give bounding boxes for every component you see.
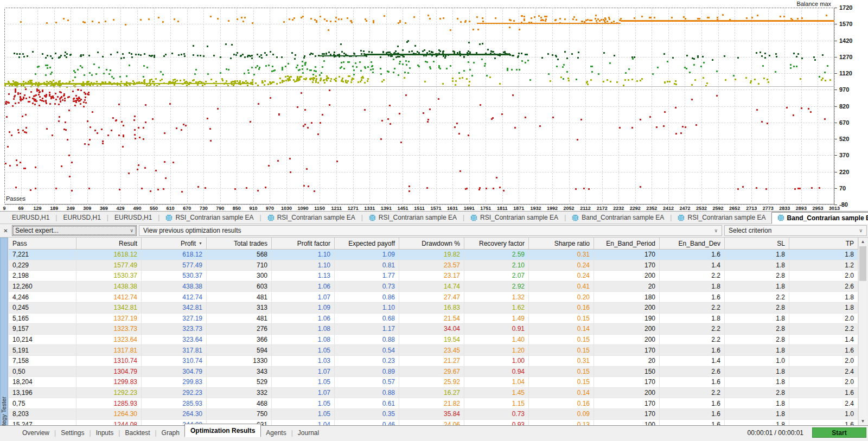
- y-axis-tick: [834, 188, 837, 189]
- data-point-darkgreen: [555, 55, 557, 56]
- data-point-green: [258, 68, 260, 70]
- data-point-red: [409, 190, 410, 192]
- tab-graph[interactable]: Graph: [157, 427, 184, 438]
- column-header-rf[interactable]: Recovery factor: [464, 238, 529, 249]
- cell-period: 200: [594, 324, 660, 334]
- data-point-red: [94, 130, 96, 131]
- data-point-orange: [63, 18, 65, 20]
- data-point-red: [97, 132, 98, 134]
- data-point-red: [13, 98, 15, 100]
- table-row[interactable]: 4,2461412.74412.744811.070.8627.471.320.…: [9, 292, 858, 303]
- data-point-orange: [384, 15, 385, 17]
- chart-tab-strip: EURUSD,H1|EURUSD,H1|EURUSD,H1|RSI_Contra…: [0, 212, 868, 224]
- data-point-green: [438, 67, 440, 68]
- chart-tab-eurusd-h1[interactable]: EURUSD,H1: [58, 212, 106, 223]
- data-point-darkgreen: [403, 56, 405, 57]
- chart-tab-eurusd-h1[interactable]: EURUSD,H1: [109, 212, 157, 223]
- table-row[interactable]: 9,1571323.73323.732761.081.1734.040.910.…: [9, 324, 858, 335]
- column-header-trades[interactable]: Total trades: [207, 238, 272, 249]
- optimization-chart[interactable]: Balance max Passes 969129189249309369429…: [0, 0, 868, 212]
- scrollbar-thumb[interactable]: [859, 246, 866, 281]
- column-header-dd[interactable]: Drawdown %: [399, 238, 464, 249]
- data-point-orange: [464, 21, 466, 23]
- chart-tab-rsi-contrarian-sample-ea[interactable]: RSI_Contrarian sample EA: [262, 212, 361, 223]
- chart-tab-rsi-contrarian-sample-ea[interactable]: RSI_Contrarian sample EA: [363, 212, 462, 223]
- select-criterion-dropdown[interactable]: Select criterion ∨: [724, 225, 867, 236]
- y-axis-tick-label: -80: [839, 201, 848, 208]
- tab-inputs[interactable]: Inputs: [91, 427, 119, 438]
- table-row[interactable]: 7,2211618.12618.125681.101.0919.822.590.…: [9, 250, 858, 260]
- table-row[interactable]: 15,2471244.08244.086311.040.4624.060.930…: [9, 420, 858, 426]
- data-point-orange: [613, 21, 615, 22]
- table-row[interactable]: 0,501304.79304.793431.070.8929.670.940.1…: [9, 367, 858, 378]
- column-header-profit[interactable]: Profit▼: [142, 238, 207, 249]
- data-point-orange: [524, 18, 525, 20]
- scroll-up-icon[interactable]: ▲: [859, 238, 867, 246]
- column-header-pf[interactable]: Profit factor: [272, 238, 335, 249]
- chart-tab-label: RSI_Contrarian sample EA: [379, 214, 457, 221]
- column-header-sl[interactable]: SL: [725, 238, 789, 249]
- tab-backtest[interactable]: Backtest: [120, 427, 155, 438]
- chart-tab-band-contrarian-sample-ea[interactable]: Band_Contrarian sample EA: [566, 212, 669, 223]
- table-row[interactable]: 0,2451342.81342.813131.091.1016.831.620.…: [9, 303, 858, 314]
- cell-pass: 12,260: [9, 282, 76, 292]
- data-point-olive: [199, 81, 201, 82]
- data-point-olive: [309, 78, 311, 80]
- tab-overview[interactable]: Overview: [17, 427, 54, 438]
- column-header-sharpe[interactable]: Sharpe ratio: [529, 238, 594, 249]
- column-header-ep[interactable]: Expected payoff: [335, 238, 399, 249]
- table-row[interactable]: 5,1651327.19327.194811.060.6821.541.490.…: [9, 314, 858, 324]
- table-row[interactable]: 13,1961292.23292.233321.070.8816.271.450…: [9, 388, 858, 399]
- cell-dd: 35.84: [399, 409, 464, 419]
- vertical-scrollbar[interactable]: ▲ ▼: [858, 238, 867, 425]
- data-point-red: [17, 129, 19, 131]
- close-icon[interactable]: ✕: [2, 227, 10, 235]
- column-header-result[interactable]: Result: [76, 238, 142, 249]
- table-row[interactable]: 0,751285.93285.934681.050.6121.821.150.1…: [9, 398, 858, 409]
- table-row[interactable]: 5,1911317.81317.815941.050.5423.451.200.…: [9, 345, 858, 356]
- x-axis-tick-label: 1331: [364, 206, 375, 211]
- column-header-tp[interactable]: TP: [789, 238, 858, 249]
- chart-tab-rsi-contrarian-sample-ea[interactable]: RSI_Contrarian sample EA: [672, 212, 771, 223]
- data-point-red: [58, 104, 60, 105]
- table-row[interactable]: 10,2141323.64323.643661.080.8819.541.400…: [9, 335, 858, 346]
- data-point-green: [450, 65, 451, 67]
- tab-agents[interactable]: Agents: [261, 427, 291, 438]
- chart-tab-rsi-contrarian-sample-ea[interactable]: RSI_Contrarian sample EA: [465, 212, 564, 223]
- data-point-olive: [297, 76, 298, 78]
- table-row[interactable]: 12,2601438.38438.386031.060.7314.742.920…: [9, 282, 858, 292]
- table-row[interactable]: 0,2291577.49577.497101.100.8123.572.100.…: [9, 260, 858, 271]
- data-point-orange: [534, 16, 535, 18]
- chart-tab-band-contrarian-sample-ea[interactable]: Band_Contrarian sample EA: [771, 212, 868, 224]
- start-button[interactable]: Start: [812, 427, 866, 438]
- select-expert-value: Select expert...: [15, 227, 59, 234]
- scroll-down-icon[interactable]: ▼: [859, 417, 867, 425]
- chart-tab-rsi-contrarian-sample-ea[interactable]: RSI_Contrarian sample EA: [160, 212, 259, 223]
- x-axis-tick-label: 3013: [829, 206, 840, 211]
- data-point-red: [18, 132, 20, 133]
- column-header-pass[interactable]: Pass: [9, 238, 76, 249]
- cell-dd: 14.74: [399, 282, 464, 292]
- cell-pf: 1.09: [272, 303, 335, 313]
- strategy-tester-panel-handle[interactable]: Strategy Tester: [0, 238, 8, 439]
- tab-settings[interactable]: Settings: [56, 427, 89, 438]
- tab-journal[interactable]: Journal: [293, 427, 324, 438]
- table-row[interactable]: 18,2041299.83299.835291.050.5725.921.040…: [9, 377, 858, 388]
- table-row[interactable]: 8,2031264.30264.307501.050.3535.840.730.…: [9, 409, 858, 420]
- column-header-period[interactable]: En_Band_Period: [594, 238, 660, 249]
- data-point-red: [88, 188, 90, 189]
- chart-tab-eurusd-h1[interactable]: EURUSD,H1: [7, 212, 55, 223]
- data-point-darkgreen: [417, 51, 418, 53]
- table-row[interactable]: 2,1981530.37530.373001.131.7723.172.070.…: [9, 271, 858, 282]
- tab-optimization-results[interactable]: Optimization Results: [184, 424, 261, 437]
- data-point-orange: [482, 21, 484, 22]
- ea-chip-icon: [470, 214, 477, 221]
- table-row[interactable]: 7,1581310.74310.7413301.030.2321.271.000…: [9, 356, 858, 367]
- data-point-darkgreen: [171, 53, 173, 54]
- cell-trades: 300: [207, 271, 272, 281]
- view-results-dropdown[interactable]: View previous optimization results ∨: [139, 225, 722, 236]
- data-point-olive: [283, 80, 285, 82]
- column-header-dev[interactable]: En_Band_Dev: [660, 238, 725, 249]
- x-axis-tick-label: 1691: [464, 206, 475, 211]
- select-expert-dropdown[interactable]: Select expert... ∨: [12, 225, 137, 236]
